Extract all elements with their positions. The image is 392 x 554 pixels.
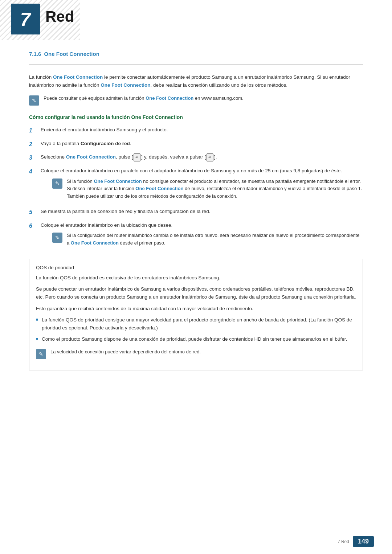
footer-chapter-label: 7 Red xyxy=(338,539,349,544)
bullet-dot-2 xyxy=(36,338,38,340)
steps-list: 1 Encienda el enrutador inalámbrico Sams… xyxy=(29,126,363,250)
page-footer: 7 Red 149 xyxy=(338,536,374,547)
qos-text-1: La función QOS de prioridad es exclusiva… xyxy=(36,274,356,282)
note-icon-1 xyxy=(29,95,39,106)
enter-btn-2: ↵ xyxy=(207,153,213,161)
main-content: 7.1.6One Foot Connection La función One … xyxy=(0,51,392,399)
step-3: 3 Seleccione One Foot Connection, pulse … xyxy=(29,153,363,163)
note-text-1: Puede consultar qué equipos admiten la f… xyxy=(44,95,363,102)
qos-note-text: La velocidad de conexión puede variar de… xyxy=(50,348,356,356)
qos-bullet-list: La función QOS de prioridad consigue una… xyxy=(36,316,356,343)
qos-title: QOS de prioridad xyxy=(36,265,356,270)
step-4-note: Si la función One Foot Connection no con… xyxy=(52,178,363,200)
qos-note: La velocidad de conexión puede variar de… xyxy=(36,348,356,359)
section-heading: 7.1.6One Foot Connection xyxy=(29,51,363,57)
qos-text-3: Esto garantiza que recibirá contenidos d… xyxy=(36,305,356,313)
note-box-1: Puede consultar qué equipos admiten la f… xyxy=(29,95,363,106)
page-header: 7 Red xyxy=(0,0,392,40)
qos-bullet-2: Como el producto Samsung dispone de una … xyxy=(36,335,356,343)
note-icon-step4 xyxy=(52,178,62,189)
footer-page-number: 149 xyxy=(353,536,374,547)
step-5: 5 Se muestra la pantalla de conexión de … xyxy=(29,208,363,217)
intro-paragraph: La función One Foot Connection le permit… xyxy=(29,73,363,89)
chapter-number: 7 xyxy=(11,4,40,34)
section-divider xyxy=(29,64,363,65)
chapter-title: Red xyxy=(45,8,74,25)
qos-bullet-1: La función QOS de prioridad consigue una… xyxy=(36,316,356,332)
step-6: 6 Coloque el enrutador inalámbrico en la… xyxy=(29,221,363,250)
qos-text-2: Se puede conectar un enrutador inalámbri… xyxy=(36,285,356,301)
enter-btn-1: ↵ xyxy=(134,153,140,161)
qos-box: QOS de prioridad La función QOS de prior… xyxy=(29,259,363,370)
bullet-dot-1 xyxy=(36,319,38,321)
section-number: 7.1.6 xyxy=(29,51,41,57)
step-2: 2 Vaya a la pantalla Configuración de re… xyxy=(29,140,363,149)
sub-heading: Cómo configurar la red usando la función… xyxy=(29,114,363,120)
step-6-note: Si la configuración del router inalámbri… xyxy=(52,232,363,247)
step-1: 1 Encienda el enrutador inalámbrico Sams… xyxy=(29,126,363,135)
note-icon-step6 xyxy=(52,233,62,243)
step-4: 4 Coloque el enrutador inalámbrico en pa… xyxy=(29,167,363,203)
note-icon-qos xyxy=(36,349,46,359)
